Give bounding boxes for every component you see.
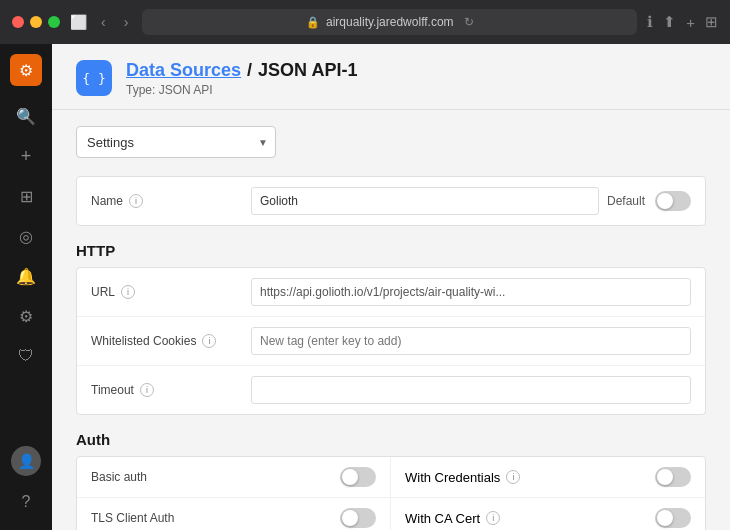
name-section: Name i Default [76, 176, 706, 226]
sidebar-item-dashboard[interactable]: ⊞ [8, 178, 44, 214]
add-tab-icon[interactable]: + [686, 14, 695, 31]
default-toggle[interactable] [655, 191, 691, 211]
name-row: Name i Default [77, 177, 705, 225]
credentials-info-icon[interactable]: i [506, 470, 520, 484]
name-input[interactable] [251, 187, 599, 215]
settings-select[interactable]: Settings Permissions Metadata [76, 126, 276, 158]
name-info-icon[interactable]: i [129, 194, 143, 208]
default-label: Default [607, 194, 645, 208]
main-content: { } Data Sources / JSON API-1 Type: JSON… [52, 44, 730, 530]
sidebar-item-explore[interactable]: ◎ [8, 218, 44, 254]
datasource-icon: { } [76, 60, 112, 96]
settings-dropdown-wrapper: Settings Permissions Metadata ▼ [76, 126, 706, 158]
forward-button[interactable]: › [120, 12, 133, 32]
minimize-button[interactable] [30, 16, 42, 28]
sidebar-item-help[interactable]: ? [8, 484, 44, 520]
cookies-label: Whitelisted Cookies i [91, 334, 251, 348]
ca-cert-info-icon[interactable]: i [486, 511, 500, 525]
bell-icon: 🔔 [16, 267, 36, 286]
close-button[interactable] [12, 16, 24, 28]
sidebar: ⚙ 🔍 + ⊞ ◎ 🔔 ⚙ 🛡 👤 ? [0, 44, 52, 530]
auth-row-2: TLS Client Auth With CA Cert i [77, 498, 705, 530]
browser-chrome: ⬜ ‹ › 🔒 airquality.jaredwolff.com ↻ ℹ ⬆ … [0, 0, 730, 44]
lock-icon: 🔒 [306, 16, 320, 29]
url-label: URL i [91, 285, 251, 299]
traffic-lights [12, 16, 60, 28]
with-ca-cert-label: With CA Cert [405, 511, 480, 526]
sidebar-item-shield[interactable]: 🛡 [8, 338, 44, 374]
datasource-name: JSON API-1 [258, 60, 357, 81]
sidebar-logo[interactable]: ⚙ [10, 54, 42, 86]
timeout-row: Timeout i [77, 366, 705, 414]
timeout-input[interactable] [251, 376, 691, 404]
sidebar-item-alerts[interactable]: 🔔 [8, 258, 44, 294]
auth-section-title: Auth [76, 431, 706, 448]
app-layout: ⚙ 🔍 + ⊞ ◎ 🔔 ⚙ 🛡 👤 ? [0, 44, 730, 530]
with-ca-cert-cell: With CA Cert i [391, 498, 705, 530]
sidebar-item-search[interactable]: 🔍 [8, 98, 44, 134]
name-label: Name i [91, 194, 251, 208]
basic-auth-toggle[interactable] [340, 467, 376, 487]
help-icon: ? [22, 493, 31, 511]
tls-client-label: TLS Client Auth [91, 511, 330, 525]
shield-icon: 🛡 [18, 347, 34, 365]
page-header: { } Data Sources / JSON API-1 Type: JSON… [52, 44, 730, 110]
with-credentials-toggle[interactable] [655, 467, 691, 487]
cookies-input[interactable] [251, 327, 691, 355]
timeout-info-icon[interactable]: i [140, 383, 154, 397]
cookies-info-icon[interactable]: i [202, 334, 216, 348]
auth-section: Basic auth With Credentials i [76, 456, 706, 530]
window-icon: ⬜ [70, 14, 87, 30]
page-subtitle: Type: JSON API [126, 83, 357, 97]
basic-auth-label: Basic auth [91, 470, 330, 484]
select-wrapper: Settings Permissions Metadata ▼ [76, 126, 276, 158]
toggle-knob [657, 193, 673, 209]
with-ca-cert-toggle[interactable] [655, 508, 691, 528]
breadcrumb-separator: / [247, 60, 252, 81]
url-row: URL i [77, 268, 705, 317]
tls-client-toggle[interactable] [340, 508, 376, 528]
sidebar-item-settings[interactable]: ⚙ [8, 298, 44, 334]
maximize-button[interactable] [48, 16, 60, 28]
share-icon[interactable]: ⬆ [663, 13, 676, 31]
with-credentials-label: With Credentials [405, 470, 500, 485]
browser-actions: ℹ ⬆ + ⊞ [647, 13, 718, 31]
back-button[interactable]: ‹ [97, 12, 110, 32]
cookies-row: Whitelisted Cookies i [77, 317, 705, 366]
grid-icon[interactable]: ⊞ [705, 13, 718, 31]
tls-client-cell: TLS Client Auth [77, 498, 391, 530]
search-icon: 🔍 [16, 107, 36, 126]
sidebar-item-add[interactable]: + [8, 138, 44, 174]
breadcrumb-link[interactable]: Data Sources [126, 60, 241, 81]
content-area: Settings Permissions Metadata ▼ Name i D… [52, 110, 730, 530]
info-icon[interactable]: ℹ [647, 13, 653, 31]
explore-icon: ◎ [19, 227, 33, 246]
http-section-title: HTTP [76, 242, 706, 259]
basic-auth-cell: Basic auth [77, 457, 391, 498]
http-section: URL i Whitelisted Cookies i Ti [76, 267, 706, 415]
url-input[interactable] [251, 278, 691, 306]
address-bar[interactable]: 🔒 airquality.jaredwolff.com ↻ [142, 9, 637, 35]
url-text: airquality.jaredwolff.com [326, 15, 454, 29]
gear-icon: ⚙ [19, 307, 33, 326]
url-info-icon[interactable]: i [121, 285, 135, 299]
timeout-label: Timeout i [91, 383, 251, 397]
add-icon: + [21, 146, 32, 167]
page-title: Data Sources / JSON API-1 [126, 60, 357, 81]
reload-icon: ↻ [464, 15, 474, 29]
with-credentials-cell: With Credentials i [391, 457, 705, 498]
user-avatar[interactable]: 👤 [11, 446, 41, 476]
auth-row-1: Basic auth With Credentials i [77, 457, 705, 498]
dashboard-icon: ⊞ [20, 187, 33, 206]
